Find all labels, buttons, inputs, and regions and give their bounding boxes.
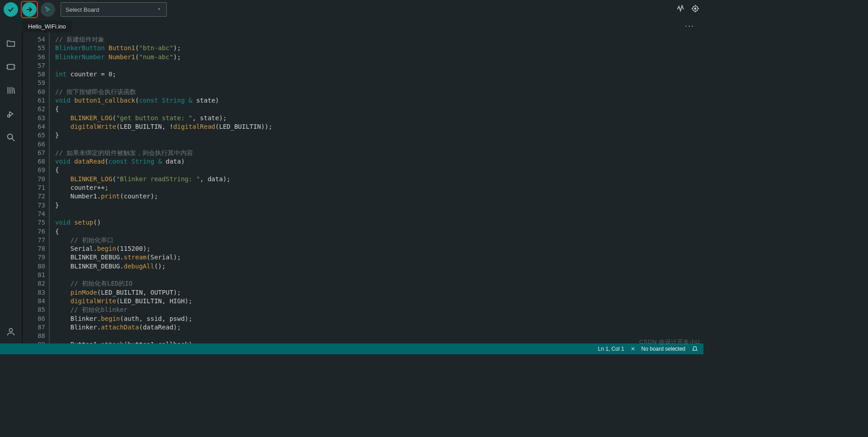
code-line: // 初始化blinker xyxy=(55,305,703,314)
code-line: // 新建组件对象 xyxy=(55,35,703,44)
cursor-position[interactable]: Ln 1, Col 1 xyxy=(598,346,624,352)
code-line: digitalWrite(LED_BUILTIN, !digitalRead(L… xyxy=(55,122,703,131)
line-number: 60 xyxy=(23,88,45,96)
svg-line-21 xyxy=(12,139,15,141)
line-number: 61 xyxy=(23,96,45,105)
code-line: Number1.print(counter); xyxy=(55,192,703,201)
code-line: BLINKER_DEBUG.stream(Serial); xyxy=(55,253,703,262)
line-number: 64 xyxy=(23,122,45,131)
code-line: digitalWrite(LED_BUILTIN, HIGH); xyxy=(55,297,703,305)
tab-file[interactable]: Hello_WiFi.ino xyxy=(22,20,72,33)
code-line xyxy=(55,79,703,87)
code-line: } xyxy=(55,131,703,140)
notification-icon[interactable] xyxy=(692,345,698,353)
verify-button[interactable] xyxy=(4,2,18,17)
line-number: 70 xyxy=(23,175,45,183)
code-line: // 初始化有LED的IO xyxy=(55,279,703,288)
code-line: BlinkerButton Button1("btn-abc"); xyxy=(55,44,703,52)
library-manager-icon[interactable] xyxy=(5,84,17,97)
code-line: { xyxy=(55,166,703,174)
status-bar: Ln 1, Col 1 ✕ No board selected xyxy=(0,343,703,354)
code-line: // 初始化串口 xyxy=(55,236,703,244)
tab-bar: Hello_WiFi.ino ··· xyxy=(0,19,703,33)
code-line xyxy=(55,140,703,149)
line-number: 76 xyxy=(23,227,45,236)
line-gutter: 5455565758596061626364656667686970717273… xyxy=(23,33,49,343)
line-number: 71 xyxy=(23,183,45,192)
line-number: 69 xyxy=(23,166,45,174)
toolbar: Select Board xyxy=(0,0,703,19)
line-number: 86 xyxy=(23,315,45,323)
code-line: void dataRead(const String & data) xyxy=(55,157,703,166)
code-line: BLINKER_DEBUG.debugAll(); xyxy=(55,262,703,271)
boards-manager-icon[interactable] xyxy=(5,61,17,73)
svg-point-22 xyxy=(9,329,12,332)
line-number: 74 xyxy=(23,210,45,218)
serial-plotter-icon[interactable] xyxy=(676,4,685,15)
svg-point-20 xyxy=(8,134,13,139)
line-number: 58 xyxy=(23,70,45,79)
code-line: Blinker.begin(auth, ssid, pswd); xyxy=(55,315,703,323)
code-line: counter++; xyxy=(55,183,703,192)
svg-line-17 xyxy=(14,88,14,94)
board-status[interactable]: No board selected xyxy=(642,346,685,352)
code-line: Blinker.attachData(dataRead); xyxy=(55,323,703,332)
line-number: 78 xyxy=(23,244,45,253)
code-line: BLINKER_LOG("get button state: ", state)… xyxy=(55,114,703,122)
line-number: 56 xyxy=(23,53,45,61)
search-icon[interactable] xyxy=(5,131,17,144)
activity-bar xyxy=(0,33,22,343)
code-line: Serial.begin(115200); xyxy=(55,244,703,253)
explorer-icon[interactable] xyxy=(5,37,17,50)
board-selector-label: Select Board xyxy=(66,6,99,13)
line-number: 87 xyxy=(23,323,45,332)
code-line xyxy=(55,332,703,340)
main: 5455565758596061626364656667686970717273… xyxy=(0,33,703,343)
debug-icon[interactable] xyxy=(5,108,17,120)
debug-button[interactable] xyxy=(41,2,55,17)
svg-rect-9 xyxy=(8,65,14,70)
line-number: 80 xyxy=(23,262,45,271)
code-line: void button1_callback(const String & sta… xyxy=(55,96,703,105)
line-number: 75 xyxy=(23,218,45,227)
code-line: // 如果未绑定的组件被触发，则会执行其中内容 xyxy=(55,149,703,157)
line-number: 66 xyxy=(23,140,45,149)
line-number: 73 xyxy=(23,201,45,210)
line-number: 62 xyxy=(23,105,45,113)
line-number: 55 xyxy=(23,44,45,52)
line-number: 85 xyxy=(23,305,45,314)
line-number: 81 xyxy=(23,271,45,279)
line-number: 82 xyxy=(23,279,45,288)
line-number: 84 xyxy=(23,297,45,305)
svg-point-2 xyxy=(45,7,46,8)
line-number: 83 xyxy=(23,288,45,297)
line-number: 57 xyxy=(23,61,45,70)
code-line xyxy=(55,210,703,218)
board-selector[interactable]: Select Board xyxy=(61,2,167,17)
upload-highlight xyxy=(21,1,38,18)
code-editor[interactable]: 5455565758596061626364656667686970717273… xyxy=(22,33,703,343)
code-line: BlinkerNumber Number1("num-abc"); xyxy=(55,53,703,61)
line-number: 65 xyxy=(23,131,45,140)
code-line xyxy=(55,271,703,279)
line-number: 59 xyxy=(23,79,45,87)
code-line: } xyxy=(55,201,703,210)
code-line: pinMode(LED_BUILTIN, OUTPUT); xyxy=(55,288,703,297)
code-line: Button1.attach(button1 callback): xyxy=(55,340,703,343)
tab-overflow-button[interactable]: ··· xyxy=(681,19,698,33)
line-number: 72 xyxy=(23,192,45,201)
serial-monitor-icon[interactable] xyxy=(691,4,700,15)
code-line: { xyxy=(55,227,703,236)
code-line: void setup() xyxy=(55,218,703,227)
svg-marker-1 xyxy=(47,8,50,11)
code-area[interactable]: // 新建组件对象BlinkerButton Button1("btn-abc"… xyxy=(49,33,703,343)
close-icon[interactable]: ✕ xyxy=(631,346,635,352)
line-number: 89 xyxy=(23,340,45,343)
code-line xyxy=(55,61,703,70)
account-icon[interactable] xyxy=(5,325,17,338)
upload-button[interactable] xyxy=(22,2,37,17)
line-number: 79 xyxy=(23,253,45,262)
code-line: int counter = 0; xyxy=(55,70,703,79)
line-number: 54 xyxy=(23,35,45,44)
svg-point-4 xyxy=(694,8,696,9)
